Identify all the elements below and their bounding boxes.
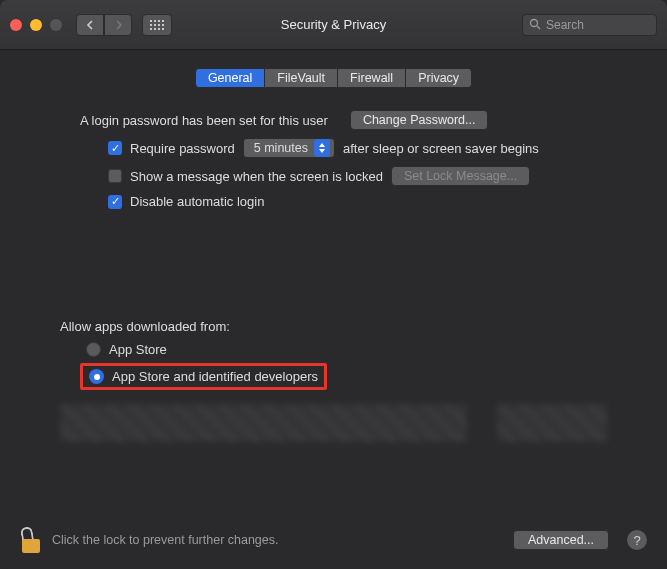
radio-app-store[interactable] xyxy=(86,342,101,357)
search-field[interactable] xyxy=(522,14,657,36)
radio-app-store-label: App Store xyxy=(109,342,167,357)
close-icon[interactable] xyxy=(10,19,22,31)
chevron-left-icon xyxy=(86,20,95,30)
svg-point-0 xyxy=(531,19,538,26)
nav-back-forward xyxy=(76,14,132,36)
show-message-checkbox[interactable] xyxy=(108,169,122,183)
search-input[interactable] xyxy=(546,18,650,32)
allow-apps-section: Allow apps downloaded from: App Store Ap… xyxy=(30,319,637,442)
minimize-icon[interactable] xyxy=(30,19,42,31)
footer: Click the lock to prevent further change… xyxy=(0,527,667,569)
set-lock-message-button: Set Lock Message... xyxy=(391,166,530,186)
require-password-label: Require password xyxy=(130,141,235,156)
grid-icon xyxy=(150,20,164,30)
require-password-delay-value: 5 minutes xyxy=(254,141,308,155)
radio-identified-developers[interactable] xyxy=(89,369,104,384)
login-section: A login password has been set for this u… xyxy=(30,110,637,209)
redacted-block xyxy=(60,404,467,442)
stepper-icon xyxy=(314,139,330,157)
require-password-delay-select[interactable]: 5 minutes xyxy=(243,138,335,158)
forward-button xyxy=(104,14,132,36)
highlight-box: App Store and identified developers xyxy=(80,363,327,390)
chevron-right-icon xyxy=(114,20,123,30)
redacted-row xyxy=(60,404,607,442)
password-set-text: A login password has been set for this u… xyxy=(80,113,328,128)
tab-privacy[interactable]: Privacy xyxy=(406,68,472,88)
back-button[interactable] xyxy=(76,14,104,36)
show-message-label: Show a message when the screen is locked xyxy=(130,169,383,184)
change-password-button[interactable]: Change Password... xyxy=(350,110,489,130)
security-privacy-window: Security & Privacy General FileVault Fir… xyxy=(0,0,667,569)
titlebar: Security & Privacy xyxy=(0,0,667,50)
svg-line-1 xyxy=(537,26,540,29)
content-area: General FileVault Firewall Privacy A log… xyxy=(0,50,667,527)
help-button[interactable]: ? xyxy=(627,530,647,550)
lock-hint-text: Click the lock to prevent further change… xyxy=(52,533,503,547)
search-icon xyxy=(529,18,541,32)
require-password-checkbox[interactable]: ✓ xyxy=(108,141,122,155)
tab-filevault[interactable]: FileVault xyxy=(265,68,338,88)
advanced-button[interactable]: Advanced... xyxy=(513,530,609,550)
require-password-after-label: after sleep or screen saver begins xyxy=(343,141,539,156)
window-controls xyxy=(10,19,62,31)
tab-bar: General FileVault Firewall Privacy xyxy=(30,68,637,88)
tab-firewall[interactable]: Firewall xyxy=(338,68,406,88)
lock-body-icon xyxy=(22,539,40,553)
tab-general[interactable]: General xyxy=(195,68,265,88)
disable-auto-login-checkbox[interactable]: ✓ xyxy=(108,195,122,209)
radio-identified-developers-label: App Store and identified developers xyxy=(112,369,318,384)
disable-auto-login-label: Disable automatic login xyxy=(130,194,264,209)
show-all-button[interactable] xyxy=(142,14,172,36)
allow-apps-heading: Allow apps downloaded from: xyxy=(60,319,637,334)
redacted-block xyxy=(497,404,607,442)
maximize-icon xyxy=(50,19,62,31)
lock-button[interactable] xyxy=(20,527,42,553)
